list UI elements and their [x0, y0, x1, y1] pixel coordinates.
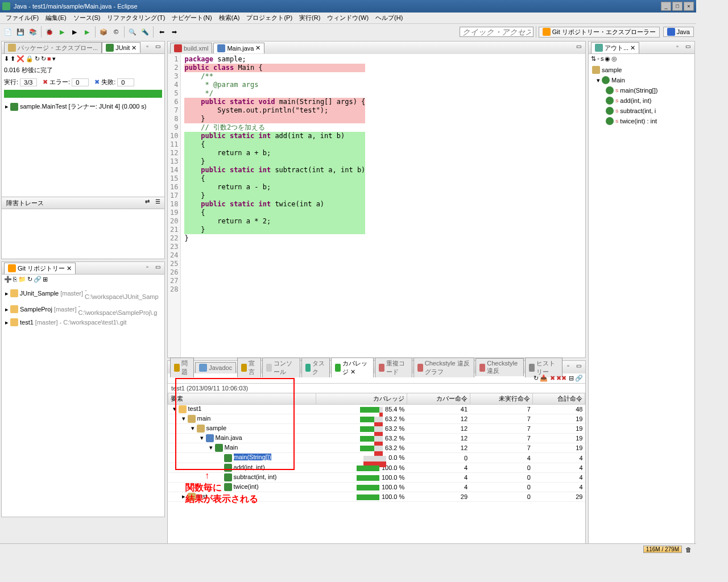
minimize-icon[interactable]: ▫ [564, 363, 573, 372]
failure-trace-label: 障害トレース [4, 199, 44, 207]
annotation-text2: 結果が表示される [185, 493, 258, 505]
hide-static-icon[interactable]: s [601, 55, 604, 63]
annotation-arrow: ↑ [205, 471, 209, 481]
menu-item[interactable]: ウィンドウ(W) [324, 13, 372, 23]
junit-view: パッケージ・エクスプロー... JUnit ✕ ▫ ▭ ⬇ ⬆ ❌ 🔒 ↻ ↻ … [1, 41, 165, 259]
rerun-icon[interactable]: ↻ [533, 375, 539, 382]
back-icon[interactable]: ⬅ [156, 26, 167, 38]
maximize-icon[interactable]: ▭ [683, 43, 692, 52]
minimize-icon[interactable]: ▫ [143, 264, 152, 273]
sort-icon[interactable]: ⇅ [591, 55, 596, 63]
new-package-icon[interactable]: 📦 [98, 26, 109, 38]
junit-tab[interactable]: JUnit ✕ [102, 42, 140, 53]
clone-icon[interactable]: ⎘ [13, 276, 17, 283]
filter-icon[interactable]: ☰ [153, 198, 162, 207]
outline-package[interactable]: sample [590, 65, 693, 75]
save-all-icon[interactable]: 📚 [27, 26, 39, 38]
menu-item[interactable]: 検索(A) [216, 13, 243, 23]
new-class-icon[interactable]: © [110, 26, 122, 38]
maximize-icon[interactable]: ▭ [153, 43, 162, 52]
editor-tab-mainjava[interactable]: Main.java ✕ [213, 43, 264, 53]
outline-method[interactable]: S main(String[]) [590, 85, 693, 95]
open-type-icon[interactable]: 🔍 [127, 26, 138, 38]
link-icon[interactable]: 🔗 [34, 276, 42, 283]
rerun-failed-icon[interactable]: ↻ [41, 55, 46, 63]
minimize-icon[interactable]: ▫ [673, 43, 682, 52]
editor-tab-buildxml[interactable]: build.xml [170, 43, 212, 53]
link-icon[interactable]: 🔗 [575, 375, 583, 382]
collapse-icon[interactable]: ⊟ [569, 375, 574, 382]
outline-class[interactable]: ▾Main [590, 75, 693, 85]
status-bar: 116M / 279M 🗑 [0, 543, 696, 555]
coverage-row[interactable]: twice(int)100.0 %404 [168, 482, 585, 492]
hide-nonpublic-icon[interactable]: ◉ [605, 55, 610, 63]
perspective-git[interactable]: Git リポジトリー・エクスプローラー [539, 27, 660, 38]
git-repo-row[interactable]: ▸JUnit_Sample [master] - C:\workspace\JU… [3, 285, 163, 301]
errors-label: ✖エラー: 0 [43, 78, 89, 86]
coverage-row[interactable]: ▾ test185.4 %41748 [168, 405, 585, 414]
menu-item[interactable]: リファクタリング(T) [104, 13, 168, 23]
create-repo-icon[interactable]: 📁 [18, 276, 26, 283]
menu-item[interactable]: ナビゲート(N) [168, 13, 215, 23]
outline-method[interactable]: S twice(int) : int [590, 116, 693, 126]
menu-item[interactable]: ヘルプ(H) [372, 13, 406, 23]
menu-item[interactable]: 実行(R) [296, 13, 324, 23]
next-failure-icon[interactable]: ⬇ [4, 55, 9, 63]
bottom-views: 問題Javadoc宣言コンソールタスクカバレッジ ✕重複コードCheckstyl… [167, 360, 586, 554]
menu-item[interactable]: プロジェクト(P) [243, 13, 296, 23]
remove-icon[interactable]: ✖ [550, 375, 555, 382]
outline-method[interactable]: S add(int, int) [590, 95, 693, 106]
menu-item[interactable]: ソース(S) [70, 13, 104, 23]
code-editor[interactable]: 1234567891011121314151617181920212223242… [168, 54, 585, 357]
bottom-tab[interactable]: Javadoc [195, 362, 236, 373]
new-icon[interactable]: 📄 [2, 26, 14, 38]
remove-all-icon[interactable]: ✖✖ [556, 375, 566, 382]
scroll-lock-icon[interactable]: 🔒 [26, 55, 34, 63]
failures-label: ✖失敗: 0 [94, 78, 134, 86]
run-icon[interactable]: ▶ [56, 26, 68, 38]
hide-fields-icon[interactable]: ◦ [597, 55, 599, 63]
dump-icon[interactable]: 📥 [540, 375, 548, 382]
maximize-button[interactable]: □ [672, 2, 682, 11]
history-icon[interactable]: ▾ [52, 55, 56, 63]
save-icon[interactable]: 💾 [15, 26, 26, 38]
coverage-row[interactable]: ▾ main63.2 %12719 [168, 414, 585, 424]
add-repo-icon[interactable]: ➕ [4, 276, 12, 283]
git-repo-row[interactable]: ▸test1 [master] - C:\workspace\test1\.gi… [3, 317, 163, 327]
stop-icon[interactable]: ■ [47, 55, 51, 63]
outline-method[interactable]: S subtract(int, i [590, 106, 693, 116]
run-last-icon[interactable]: ▶ [81, 26, 93, 38]
maximize-icon[interactable]: ▭ [574, 363, 583, 372]
title-bar: Java - test1/main/sample/Main.java - Ecl… [0, 0, 696, 13]
debug-icon[interactable]: 🐞 [44, 26, 55, 38]
git-tab[interactable]: Git リポジトリー ✕ [4, 263, 76, 274]
hierarchy-icon[interactable]: ⊞ [43, 276, 48, 283]
maximize-icon[interactable]: ▭ [574, 43, 583, 52]
coverage-icon[interactable]: ▶ [69, 26, 80, 38]
show-failures-icon[interactable]: ❌ [16, 55, 24, 63]
prev-failure-icon[interactable]: ⬆ [10, 55, 15, 63]
git-repo-row[interactable]: ▸SampleProj [master] - C:\workspace\Samp… [3, 301, 163, 317]
outline-tab[interactable]: アウト... ✕ [591, 42, 639, 53]
menu-item[interactable]: 編集(E) [42, 13, 70, 23]
perspective-java[interactable]: Java [663, 27, 694, 37]
junit-progress-bar [4, 90, 162, 98]
memory-monitor[interactable]: 116M / 279M [643, 546, 682, 553]
refresh-icon[interactable]: ↻ [27, 276, 32, 283]
coverage-row[interactable]: subtract(int, int)100.0 %404 [168, 472, 585, 482]
menu-item[interactable]: ファイル(F) [2, 13, 42, 23]
junit-test-row[interactable]: ▸sample.MainTest [ランナー: JUnit 4] (0.000 … [3, 101, 163, 112]
package-explorer-tab[interactable]: パッケージ・エクスプロー... [4, 42, 102, 53]
minimize-icon[interactable]: ▫ [143, 43, 152, 52]
close-button[interactable]: × [684, 2, 694, 11]
eclipse-icon [2, 2, 10, 10]
forward-icon[interactable]: ➡ [168, 26, 180, 38]
rerun-icon[interactable]: ↻ [35, 55, 40, 63]
minimize-button[interactable]: _ [661, 2, 671, 11]
maximize-icon[interactable]: ▭ [153, 264, 162, 273]
search-icon[interactable]: 🔦 [139, 26, 151, 38]
quick-access-input[interactable] [460, 27, 533, 37]
gc-icon[interactable]: 🗑 [685, 546, 692, 553]
hide-local-icon[interactable]: ◎ [611, 55, 617, 63]
compare-icon[interactable]: ⇄ [143, 198, 152, 207]
